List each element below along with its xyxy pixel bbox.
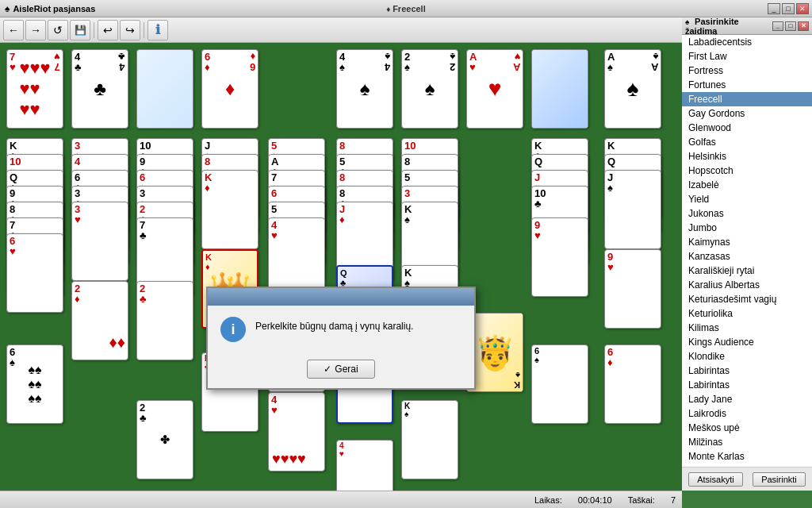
close-button[interactable]: ✕ — [796, 3, 809, 14]
game-list-item[interactable]: Jukonas — [682, 206, 812, 221]
game-list-item[interactable]: Lady Jane — [682, 392, 812, 406]
game-list-item[interactable]: Kaimynas — [682, 235, 812, 249]
game-list-item[interactable]: Jumbo — [682, 221, 812, 235]
undo-button[interactable]: ↩ — [98, 20, 118, 40]
app-title: AisleRiot pasjansas — [13, 4, 95, 13]
game-list: LabadiecentsisFirst LawFortressFortunesF… — [682, 35, 812, 467]
window-controls[interactable]: _ □ ✕ — [768, 3, 812, 14]
game-list-item[interactable]: Kilimas — [682, 321, 812, 335]
game-title: ♦ Freecell — [386, 4, 425, 13]
panel-close[interactable]: ✕ — [798, 21, 809, 31]
toolbar-separator — [94, 22, 94, 38]
maximize-button[interactable]: □ — [782, 3, 795, 14]
dialog-overlay: i Perkelkite būgnų damą į vynų karalių. … — [0, 43, 682, 491]
dialog-ok-button[interactable]: ✓ Gerai — [307, 360, 374, 379]
game-list-item[interactable]: Milžinas — [682, 435, 812, 449]
new-game-button[interactable]: ↺ — [48, 20, 68, 40]
hint-dialog: i Perkelkite būgnų damą į vynų karalių. … — [206, 287, 476, 390]
game-list-item[interactable]: Karališkieji rytai — [682, 264, 812, 278]
forward-button[interactable]: → — [25, 20, 46, 40]
dialog-info-icon: i — [220, 317, 246, 342]
game-list-item[interactable]: Labirintas — [682, 364, 812, 378]
game-list-item[interactable]: Monte Karlas — [682, 449, 812, 464]
game-list-item[interactable]: Hopscotch — [682, 164, 812, 178]
game-list-item[interactable]: Keturiolika — [682, 306, 812, 321]
game-list-item[interactable]: First Law — [682, 49, 812, 64]
toolbar-separator2 — [144, 22, 144, 38]
title-bar-left: ♠ AisleRiot pasjansas — [0, 3, 100, 14]
select-button[interactable]: Pasirinkti — [753, 472, 806, 487]
toolbar: ← → ↺ 💾 ↩ ↪ ℹ — [0, 17, 682, 43]
status-bar: Laikas: 00:04:10 Taškai: 7 — [0, 491, 682, 508]
game-list-item[interactable]: Freecell — [682, 92, 812, 106]
dialog-buttons: ✓ Gerai — [208, 353, 474, 388]
score-label: Taškai: — [628, 495, 655, 505]
panel-win-controls[interactable]: _ □ ✕ — [772, 21, 809, 31]
minimize-button[interactable]: _ — [768, 3, 780, 14]
game-list-item[interactable]: Fortress — [682, 64, 812, 78]
game-list-item[interactable]: Fortunes — [682, 78, 812, 92]
dialog-content: i Perkelkite būgnų damą į vynų karalių. — [208, 306, 474, 353]
panel-title: Pasirinkite žaidimą — [685, 17, 739, 36]
score-value: 7 — [671, 495, 676, 505]
right-panel: ♠ Pasirinkite žaidimą _ □ ✕ Labadiecents… — [682, 17, 812, 491]
game-list-item[interactable]: Karalius Albertas — [682, 278, 812, 292]
save-button[interactable]: 💾 — [70, 20, 90, 40]
time-label: Laikas: — [534, 495, 562, 505]
game-list-item[interactable]: Laikrodis — [682, 406, 812, 421]
checkmark-icon: ✓ — [324, 364, 331, 375]
right-panel-title-bar: ♠ Pasirinkite žaidimą _ □ ✕ — [682, 17, 812, 35]
panel-icon: ♠ — [685, 17, 691, 26]
game-list-item[interactable]: Labadiecentsis — [682, 35, 812, 49]
game-list-item[interactable]: Kanzasas — [682, 249, 812, 264]
game-list-item[interactable]: Yield — [682, 192, 812, 206]
game-list-item[interactable]: Meškos upė — [682, 421, 812, 435]
main-title-bar: ♠ AisleRiot pasjansas ♦ Freecell _ □ ✕ — [0, 0, 812, 17]
app-icon: ♠ — [5, 3, 10, 14]
game-list-item[interactable]: Keturiasdešimt vagių — [682, 292, 812, 306]
game-area: 7♥ ♥♥♥♥♥♥♥ 7♥ 4♣ ♣ 4♣ 6♦ ♦ — [0, 43, 682, 491]
game-list-item[interactable]: Klondike — [682, 349, 812, 364]
game-icon: ♦ — [386, 5, 393, 13]
undo2-button[interactable]: ↪ — [120, 20, 140, 40]
dialog-titlebar — [208, 288, 474, 306]
cancel-button[interactable]: Atsisakyti — [688, 472, 742, 487]
info-button[interactable]: ℹ — [147, 20, 168, 40]
game-list-item[interactable]: Gay Gordons — [682, 106, 812, 121]
game-list-item[interactable]: Kings Audience — [682, 335, 812, 349]
dialog-message: Perkelkite būgnų damą į vynų karalių. — [255, 317, 413, 333]
game-list-item[interactable]: Helsinkis — [682, 149, 812, 164]
game-list-item[interactable]: Glenwood — [682, 121, 812, 135]
game-list-item[interactable]: Izabelė — [682, 178, 812, 192]
game-list-item[interactable]: Golfas — [682, 135, 812, 149]
panel-buttons: Atsisakyti Pasirinkti — [682, 467, 812, 491]
game-list-item[interactable]: Labirintas — [682, 378, 812, 392]
panel-maximize[interactable]: □ — [785, 21, 796, 31]
back-button[interactable]: ← — [3, 20, 24, 40]
time-value: 00:04:10 — [578, 495, 612, 505]
panel-minimize[interactable]: _ — [772, 21, 783, 31]
